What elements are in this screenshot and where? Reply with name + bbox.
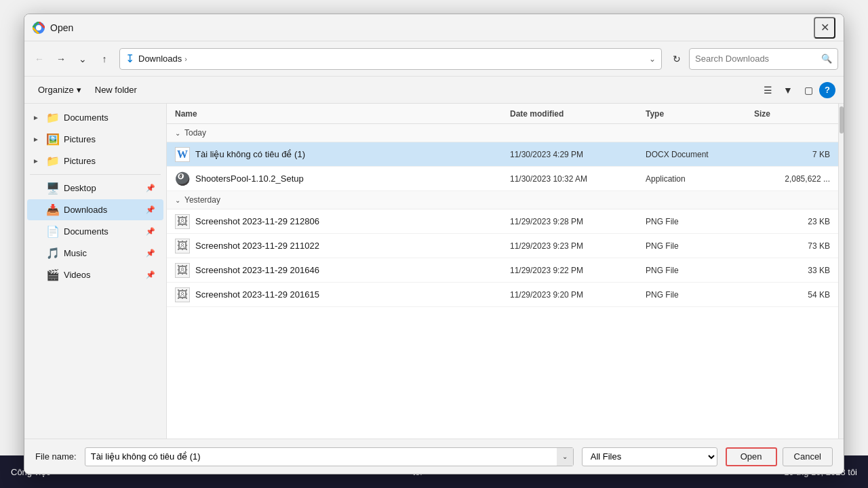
address-dropdown-icon[interactable]: ⌄ — [649, 54, 656, 64]
help-button[interactable]: ? — [819, 82, 835, 98]
scrollbar[interactable] — [838, 104, 844, 439]
group-header-today[interactable]: ⌄ Today — [167, 124, 838, 142]
group-chevron-today: ⌄ — [175, 129, 180, 137]
view-options-button[interactable]: ▼ — [778, 81, 797, 100]
file-type: PNG File — [643, 266, 751, 275]
sidebar-item-pictures-1[interactable]: ► 🖼️ Pictures — [27, 129, 163, 150]
file-name-text: Screenshot 2023-11-29 211022 — [195, 241, 319, 251]
file-date: 11/29/2023 9:28 PM — [507, 217, 643, 226]
file-size: 23 KB — [751, 217, 833, 226]
file-row-screenshot-1[interactable]: 🖼 Screenshot 2023-11-29 212806 11/29/202… — [167, 209, 838, 234]
cancel-button[interactable]: Cancel — [783, 447, 833, 466]
file-name-input-wrap: ⌄ — [85, 447, 574, 466]
view-pane-button[interactable]: ▢ — [799, 81, 818, 100]
file-name-dropdown-button[interactable]: ⌄ — [557, 448, 573, 466]
address-bar[interactable]: ↧ Downloads › ⌄ — [119, 48, 662, 70]
expand-icon: ► — [33, 157, 42, 165]
organize-arrow-icon: ▾ — [77, 85, 81, 95]
desktop-icon: 🖥️ — [46, 182, 60, 195]
expand-icon: ► — [33, 114, 42, 121]
sidebar-item-pictures-2[interactable]: ► 📁 Pictures — [27, 150, 163, 171]
sidebar-item-documents-2[interactable]: ► 📄 Documents 📌 — [27, 221, 163, 242]
file-date: 11/29/2023 9:22 PM — [507, 266, 643, 275]
open-button[interactable]: Open — [726, 447, 777, 466]
sidebar-item-label: Pictures — [64, 134, 155, 144]
group-label-yesterday: Yesterday — [184, 195, 220, 205]
sidebar-divider — [30, 174, 161, 175]
file-date: 11/29/2023 9:23 PM — [507, 241, 643, 251]
column-date-modified[interactable]: Date modified — [507, 109, 643, 119]
file-name-text: Screenshot 2023-11-29 201646 — [195, 265, 319, 275]
new-folder-button[interactable]: New folder — [90, 81, 142, 100]
svg-point-1 — [36, 25, 41, 30]
nav-bar: ← → ⌄ ↑ ↧ Downloads › ⌄ ↻ 🔍 — [24, 41, 844, 77]
downloads-folder-icon: ↧ — [125, 52, 134, 65]
forward-button[interactable]: → — [52, 49, 71, 68]
new-folder-label: New folder — [95, 85, 137, 95]
dialog-title: Open — [50, 22, 814, 33]
word-file-icon: W — [175, 147, 190, 162]
file-row-word-doc[interactable]: W Tài liệu không có tiêu đề (1) 11/30/20… — [167, 142, 838, 167]
group-label-today: Today — [184, 128, 206, 138]
file-type: PNG File — [643, 241, 751, 251]
back-button[interactable]: ← — [30, 49, 49, 68]
file-name-text: ShootersPool-1.10.2_Setup — [195, 174, 304, 184]
file-row-screenshot-4[interactable]: 🖼 Screenshot 2023-11-29 201615 11/29/202… — [167, 283, 838, 307]
organize-button[interactable]: Organize ▾ — [33, 81, 87, 100]
sidebar-item-label: Documents — [64, 113, 155, 123]
sidebar-item-videos[interactable]: ► 🎬 Videos 📌 — [27, 264, 163, 285]
chrome-icon — [33, 22, 45, 34]
file-size: 2,085,622 ... — [751, 174, 833, 184]
sidebar-item-label: Documents — [64, 226, 142, 237]
file-size: 7 KB — [751, 150, 833, 159]
file-type-select[interactable]: All Files Documents Images All Files (*.… — [582, 447, 717, 466]
document-icon: 📄 — [46, 225, 60, 238]
file-name-cell: 🖼 Screenshot 2023-11-29 211022 — [172, 239, 507, 253]
recent-locations-button[interactable]: ⌄ — [73, 49, 92, 68]
file-row-screenshot-2[interactable]: 🖼 Screenshot 2023-11-29 211022 11/29/202… — [167, 234, 838, 258]
videos-icon: 🎬 — [46, 268, 60, 281]
organize-label: Organize — [38, 85, 74, 95]
expand-icon: ► — [33, 136, 42, 143]
address-path-text: Downloads — [138, 54, 182, 64]
search-box[interactable]: 🔍 — [689, 48, 838, 70]
file-date: 11/30/2023 10:32 AM — [507, 174, 643, 184]
close-button[interactable]: ✕ — [814, 17, 835, 39]
refresh-button[interactable]: ↻ — [667, 49, 686, 68]
file-type: DOCX Document — [643, 150, 751, 159]
sidebar-item-documents-1[interactable]: ► 📁 Documents — [27, 107, 163, 128]
view-list-button[interactable]: ☰ — [758, 81, 777, 100]
search-icon: 🔍 — [821, 54, 832, 64]
sidebar-item-desktop[interactable]: ► 🖥️ Desktop 📌 — [27, 178, 163, 199]
address-path-chevron: › — [184, 55, 187, 63]
sidebar-item-label: Pictures — [64, 156, 155, 166]
up-button[interactable]: ↑ — [95, 49, 114, 68]
file-date: 11/29/2023 9:20 PM — [507, 290, 643, 300]
file-row-screenshot-3[interactable]: 🖼 Screenshot 2023-11-29 201646 11/29/202… — [167, 258, 838, 283]
sidebar-item-downloads[interactable]: ► 📥 Downloads 📌 — [27, 199, 163, 220]
file-name-text: Screenshot 2023-11-29 201615 — [195, 289, 319, 300]
sidebar-item-music[interactable]: ► 🎵 Music 📌 — [27, 243, 163, 264]
sidebar-item-label: Music — [64, 248, 142, 258]
file-type: PNG File — [643, 217, 751, 226]
file-row-setup[interactable]: 🎱 ShootersPool-1.10.2_Setup 11/30/2023 1… — [167, 167, 838, 191]
file-name-cell: 🖼 Screenshot 2023-11-29 201615 — [172, 287, 507, 302]
file-name-cell: 🎱 ShootersPool-1.10.2_Setup — [172, 171, 507, 186]
action-buttons: Open Cancel — [726, 447, 833, 466]
file-size: 73 KB — [751, 241, 833, 251]
column-size[interactable]: Size — [751, 109, 833, 119]
folder-icon: 📁 — [46, 111, 60, 124]
file-name-text: Screenshot 2023-11-29 212806 — [195, 216, 319, 226]
column-type[interactable]: Type — [643, 109, 751, 119]
open-file-dialog: Open ✕ ← → ⌄ ↑ ↧ Downloads › ⌄ ↻ 🔍 — [24, 14, 844, 474]
group-header-yesterday[interactable]: ⌄ Yesterday — [167, 191, 838, 209]
pin-icon: 📌 — [146, 270, 155, 279]
file-size: 33 KB — [751, 266, 833, 275]
main-content: ► 📁 Documents ► 🖼️ Pictures ► 📁 Pictures… — [24, 104, 844, 439]
file-name-input[interactable] — [85, 447, 574, 466]
app-file-icon: 🎱 — [175, 171, 190, 186]
file-name-cell: 🖼 Screenshot 2023-11-29 201646 — [172, 263, 507, 278]
pin-icon: 📌 — [146, 249, 155, 258]
column-name[interactable]: Name — [172, 109, 507, 119]
search-input[interactable] — [695, 54, 817, 64]
